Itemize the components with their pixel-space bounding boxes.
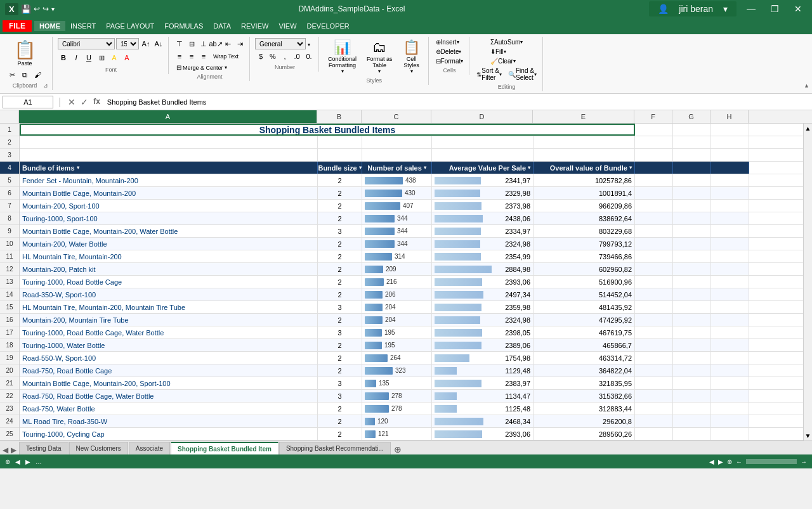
cell-b10[interactable]: 2 (318, 238, 362, 250)
cell-g6[interactable] (673, 187, 711, 199)
cell-c14[interactable]: 206 (362, 288, 432, 300)
cell-h12[interactable] (711, 263, 749, 275)
row-num-10[interactable]: 10 (0, 238, 19, 250)
minimize-btn[interactable]: — (742, 3, 761, 15)
cell-d18[interactable]: 2389,06 (432, 339, 534, 351)
add-sheet-btn[interactable]: ⊕ (394, 444, 402, 454)
cell-h11[interactable] (711, 250, 749, 262)
cell-a3[interactable] (20, 149, 318, 161)
cell-g11[interactable] (673, 250, 711, 262)
scroll-h-right[interactable]: → (801, 458, 807, 465)
cell-e9[interactable]: 803229,68 (534, 225, 635, 237)
cell-styles-btn[interactable]: 📋 CellStyles ▾ (399, 38, 424, 75)
cell-c17[interactable]: 195 (362, 326, 432, 338)
cell-e25[interactable]: 289560,26 (534, 428, 635, 440)
cell-e23[interactable]: 312883,44 (534, 403, 635, 415)
cell-c18[interactable]: 195 (362, 339, 432, 351)
font-color-button[interactable]: A (121, 52, 133, 63)
cell-f15[interactable] (635, 301, 673, 313)
maximize-btn[interactable]: ❐ (766, 3, 784, 15)
paste-button[interactable]: 📋 Paste (10, 38, 40, 68)
vertical-scrollbar[interactable]: ▲ ▼ (803, 124, 812, 441)
cell-d20[interactable]: 1129,48 (432, 364, 534, 377)
autosum-dropdown[interactable]: ▾ (520, 39, 523, 45)
cell-c23[interactable]: 278 (362, 403, 432, 415)
col-header-c[interactable]: C (362, 110, 431, 123)
cell-d11[interactable]: 2354,99 (432, 250, 534, 262)
row-num-21[interactable]: 21 (0, 377, 19, 390)
col-header-e[interactable]: E (533, 110, 634, 123)
row-num-16[interactable]: 16 (0, 314, 19, 326)
cell-f13[interactable] (635, 276, 673, 288)
row-num-14[interactable]: 14 (0, 288, 19, 301)
cell-b12[interactable]: 2 (318, 263, 362, 275)
autosum-btn[interactable]: Σ AutoSum ▾ (488, 38, 525, 46)
cell-c19[interactable]: 264 (362, 352, 432, 364)
cell-d19[interactable]: 1754,98 (432, 352, 534, 364)
cell-a6[interactable]: Mountain Bottle Cage, Mountain-200 (20, 187, 318, 199)
scroll-down-btn[interactable]: ▼ (804, 431, 812, 441)
cell-f23[interactable] (635, 403, 673, 415)
row-num-12[interactable]: 12 (0, 263, 19, 276)
cell-f5[interactable] (635, 174, 673, 186)
tab-shopping-basket-bundled[interactable]: Shopping Basket Bundled Item (171, 442, 278, 454)
tab-associate[interactable]: Associate (129, 442, 170, 454)
cell-f3[interactable] (635, 149, 673, 161)
quick-access-save[interactable]: 💾 (21, 4, 31, 14)
clear-dropdown[interactable]: ▾ (513, 58, 516, 64)
cell-b17[interactable]: 3 (318, 326, 362, 338)
cell-b5[interactable]: 2 (318, 174, 362, 186)
cell-a1[interactable]: Shopping Basket Bundled Items (20, 124, 635, 136)
cell-g9[interactable] (673, 225, 711, 237)
menu-review[interactable]: REVIEW (236, 21, 273, 31)
cell-c13[interactable]: 216 (362, 276, 432, 288)
row-num-18[interactable]: 18 (0, 339, 19, 352)
cell-h23[interactable] (711, 403, 749, 415)
font-size-decrease-btn[interactable]: A↓ (153, 38, 164, 49)
cell-d9[interactable]: 2334,97 (432, 225, 534, 237)
cell-a16[interactable]: Mountain-200, Mountain Tire Tube (20, 314, 318, 326)
row-num-2[interactable]: 2 (0, 136, 19, 149)
cell-f7[interactable] (635, 200, 673, 212)
row-num-3[interactable]: 3 (0, 149, 19, 162)
row-num-19[interactable]: 19 (0, 352, 19, 364)
font-size-select[interactable]: 15 (116, 38, 139, 49)
cell-c15[interactable]: 204 (362, 301, 432, 313)
cell-g12[interactable] (673, 263, 711, 275)
format-dropdown[interactable]: ▾ (461, 58, 463, 64)
cell-c16[interactable]: 204 (362, 314, 432, 326)
cell-c12[interactable]: 209 (362, 263, 432, 275)
find-dropdown[interactable]: ▾ (534, 72, 537, 77)
cell-c21[interactable]: 135 (362, 377, 432, 389)
cell-f11[interactable] (635, 250, 673, 262)
cell-e24[interactable]: 296200,8 (534, 415, 635, 427)
clear-btn[interactable]: 🧹 Clear ▾ (488, 57, 518, 65)
cell-a18[interactable]: Touring-1000, Water Bottle (20, 339, 318, 351)
cell-h15[interactable] (711, 301, 749, 313)
cell-g19[interactable] (673, 352, 711, 364)
scroll-next-btn[interactable]: ▶ (718, 458, 723, 465)
formula-cancel-btn[interactable]: ✕ (66, 97, 77, 107)
user-info[interactable]: 👤 jiri beran ▾ (649, 1, 737, 16)
clipboard-expand[interactable]: ⊿ (43, 82, 48, 89)
cell-c6[interactable]: 430 (362, 187, 432, 199)
cell-g5[interactable] (673, 174, 711, 186)
delete-btn[interactable]: ⊖ Delete ▾ (434, 48, 464, 56)
format-painter-button[interactable]: 🖌 (32, 69, 43, 81)
cell-g24[interactable] (673, 415, 711, 427)
cell-d7[interactable]: 2373,98 (432, 200, 534, 212)
align-middle-btn[interactable]: ⊟ (186, 38, 197, 49)
cell-b14[interactable]: 2 (318, 288, 362, 300)
row-num-1[interactable]: 1 (0, 124, 19, 136)
fill-dropdown[interactable]: ▾ (504, 49, 506, 55)
cell-g25[interactable] (673, 428, 711, 440)
cell-e7[interactable]: 966209,86 (534, 200, 635, 212)
cell-e16[interactable]: 474295,92 (534, 314, 635, 326)
cell-f22[interactable] (635, 390, 673, 402)
format-as-table-btn[interactable]: 🗂 Format asTable ▾ (363, 38, 396, 75)
cell-d24[interactable]: 2468,34 (432, 415, 534, 427)
cell-d10[interactable]: 2324,98 (432, 238, 534, 250)
cell-c3[interactable] (362, 149, 432, 161)
tab-scroll-left[interactable]: ◀ (3, 446, 8, 454)
cell-a13[interactable]: Touring-1000, Road Bottle Cage (20, 276, 318, 288)
